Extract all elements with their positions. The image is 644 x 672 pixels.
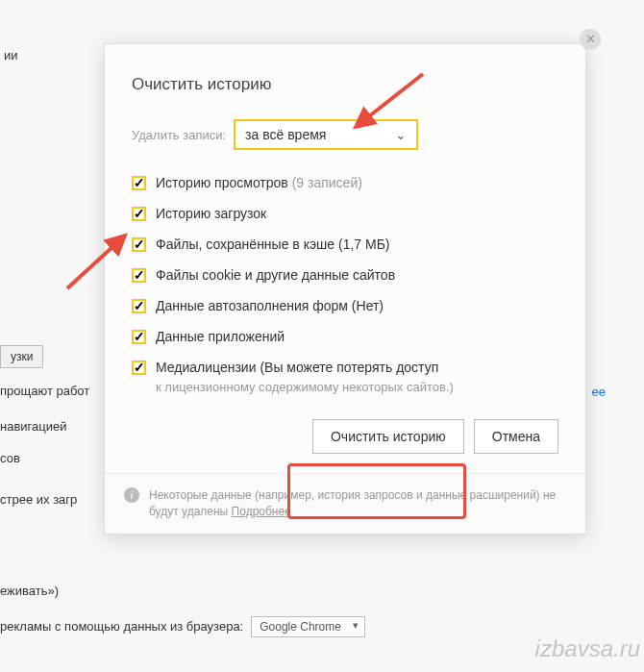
dialog-actions: Очистить историю Отмена [132,419,558,454]
checkbox-label: Медиалицензии (Вы можете потерять доступ [156,360,438,375]
checkbox-label: Файлы cookie и другие данные сайтов [156,267,395,283]
checkbox-label: Данные автозаполнения форм (Нет) [156,298,384,313]
checkbox-row-downloads: Историю загрузок [132,206,558,221]
checkbox[interactable] [132,176,146,190]
footer-more-link[interactable]: Подробнее [232,505,291,518]
period-row: Удалить записи: за всё время ⌄ [132,119,558,150]
period-label: Удалить записи: [132,128,226,142]
bg-downloads-button[interactable]: узки [0,345,43,368]
checkbox-row-cache: Файлы, сохранённые в кэше (1,7 МБ) [132,236,558,252]
checkbox[interactable] [132,330,146,344]
period-select[interactable]: за всё время ⌄ [234,119,418,150]
period-value: за всё время [245,127,326,142]
checkbox-label: Данные приложений [156,329,285,344]
checkbox-row-autofill: Данные автозаполнения форм (Нет) [132,298,558,313]
media-license-note: к лицензионному содержимому некоторых са… [156,379,558,396]
checkbox[interactable] [132,361,146,375]
checkbox-row-media: Медиалицензии (Вы можете потерять доступ [132,360,558,375]
checkbox[interactable] [132,268,146,283]
bg-browser-select[interactable]: Google Chrome [251,616,365,637]
close-icon[interactable]: ✕ [580,29,601,50]
checkbox[interactable] [132,299,146,313]
watermark: izbavsa.ru [535,635,640,662]
checkbox-label: Историю просмотров (9 записей) [156,175,362,190]
info-icon: i [124,487,139,503]
bg-link-more[interactable]: ее [592,385,606,399]
cancel-button[interactable]: Отмена [474,419,558,454]
checkbox-row-history: Историю просмотров (9 записей) [132,175,558,190]
checkbox-row-cookies: Файлы cookie и другие данные сайтов [132,267,558,283]
bg-fragment: рекламы с помощью данных из браузера: [0,619,243,634]
checkbox[interactable] [132,237,146,252]
checkbox-label: Файлы, сохранённые в кэше (1,7 МБ) [156,236,390,252]
bg-fragment: еживать») [0,584,644,598]
dialog-footer: i Некоторые данные (например, история за… [105,473,585,534]
clear-history-button[interactable]: Очистить историю [312,419,464,454]
footer-text: Некоторые данные (например, история запр… [149,487,566,520]
checkbox[interactable] [132,207,146,221]
checkbox-row-appdata: Данные приложений [132,329,558,344]
clear-history-dialog: ✕ Очистить историю Удалить записи: за вс… [104,43,586,535]
checkbox-list: Историю просмотров (9 записей) Историю з… [132,175,558,396]
checkbox-label: Историю загрузок [156,206,266,221]
chevron-down-icon: ⌄ [395,127,407,142]
dialog-title: Очистить историю [132,75,558,94]
